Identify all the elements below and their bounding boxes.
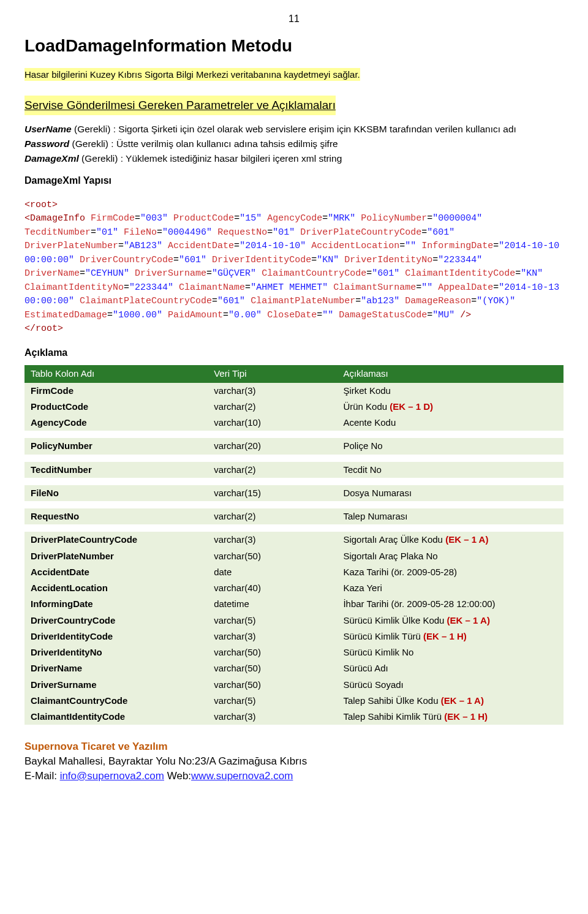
param-password-name: Password: [24, 138, 69, 149]
table-spacer: [24, 431, 564, 438]
cell-field-name: DriverSurname: [24, 677, 208, 693]
cell-data-type: varchar(15): [208, 485, 337, 501]
cell-field-name: FirmCode: [24, 383, 208, 399]
table-row: FirmCodevarchar(3)Şirket Kodu: [24, 383, 564, 399]
table-row: DriverIdentityCodevarchar(3)Sürücü Kimli…: [24, 629, 564, 644]
table-header-row: Tablo Kolon Adı Veri Tipi Açıklaması: [24, 365, 564, 382]
cell-field-name: DriverIdentityNo: [24, 644, 208, 660]
cell-field-name: RequestNo: [24, 508, 208, 524]
cell-description: Şirket Kodu: [337, 383, 564, 399]
cell-data-type: varchar(50): [208, 660, 337, 676]
ek-annotation: (EK – 1 A): [441, 695, 484, 706]
footer-company: Supernova Ticaret ve Yazılım: [24, 739, 564, 754]
cell-field-name: DriverName: [24, 660, 208, 676]
ek-annotation: (EK – 1 H): [423, 631, 467, 641]
footer-web-label: Web:: [164, 770, 191, 782]
table-row: AccidentLocationvarchar(40)Kaza Yeri: [24, 580, 564, 596]
cell-data-type: varchar(5): [208, 613, 337, 629]
page-title: LoadDamageInformation Metodu: [24, 34, 564, 58]
cell-field-name: AgencyCode: [24, 415, 208, 431]
footer-address: Baykal Mahallesi, Bayraktar Yolu No:23/A…: [24, 754, 564, 769]
cell-field-name: DriverPlateNumber: [24, 548, 208, 564]
page-number: 11: [24, 12, 564, 26]
table-row: DriverPlateNumbervarchar(50)Sigortalı Ar…: [24, 548, 564, 564]
cell-field-name: ClaimantCountryCode: [24, 693, 208, 709]
cell-data-type: varchar(3): [208, 709, 337, 725]
cell-field-name: AccidentDate: [24, 564, 208, 580]
cell-field-name: ProductCode: [24, 399, 208, 415]
cell-data-type: varchar(3): [208, 532, 337, 548]
cell-description: Tecdit No: [337, 462, 564, 478]
cell-data-type: varchar(3): [208, 383, 337, 399]
ek-annotation: (EK – 1 A): [445, 534, 488, 545]
table-row: RequestNovarchar(2)Talep Numarası: [24, 508, 564, 524]
cell-description: Talep Numarası: [337, 508, 564, 524]
cell-field-name: PolicyNumber: [24, 438, 208, 454]
params-block: UserName (Gerekli) : Sigorta Şirketi içi…: [24, 123, 564, 165]
cell-description: Sigortalı Araç Ülke Kodu (EK – 1 A): [337, 532, 564, 548]
table-row: DriverIdentityNovarchar(50)Sürücü Kimlik…: [24, 644, 564, 660]
intro-highlight: Hasar bilgilerini Kuzey Kıbrıs Sigorta B…: [24, 68, 360, 81]
cell-field-name: DriverPlateCountryCode: [24, 532, 208, 548]
ek-annotation: (EK – 1 A): [447, 615, 490, 625]
cell-field-name: TecditNumber: [24, 462, 208, 478]
cell-data-type: varchar(2): [208, 462, 337, 478]
cell-description: Talep Sahibi Ülke Kodu (EK – 1 A): [337, 693, 564, 709]
cell-description: Kaza Yeri: [337, 580, 564, 596]
cell-data-type: varchar(50): [208, 677, 337, 693]
cell-data-type: datetime: [208, 596, 337, 612]
cell-data-type: varchar(3): [208, 629, 337, 644]
cell-description: Sigortalı Araç Plaka No: [337, 548, 564, 564]
cell-data-type: varchar(20): [208, 438, 337, 454]
cell-description: İhbar Tarihi (ör. 2009-05-28 12:00:00): [337, 596, 564, 612]
footer: Supernova Ticaret ve Yazılım Baykal Maha…: [24, 739, 564, 783]
cell-data-type: varchar(5): [208, 693, 337, 709]
table-row: DriverNamevarchar(50)Sürücü Adı: [24, 660, 564, 676]
table-row: TecditNumbervarchar(2)Tecdit No: [24, 462, 564, 478]
intro-paragraph: Hasar bilgilerini Kuzey Kıbrıs Sigorta B…: [24, 68, 564, 82]
cell-field-name: ClaimantIdentityCode: [24, 709, 208, 725]
table-row: InformingDatedatetimeİhbar Tarihi (ör. 2…: [24, 596, 564, 612]
table-body: FirmCodevarchar(3)Şirket KoduProductCode…: [24, 383, 564, 725]
cell-description: Acente Kodu: [337, 415, 564, 431]
cell-data-type: varchar(40): [208, 580, 337, 596]
param-damagexml: DamageXml (Gerekli) : Yüklemek istediğin…: [24, 153, 564, 165]
param-password-desc: (Gerekli) : Üstte verilmiş olan kullanıc…: [69, 138, 337, 149]
table-spacer: [24, 478, 564, 485]
table-row: FileNovarchar(15)Dosya Numarası: [24, 485, 564, 501]
cell-description: Poliçe No: [337, 438, 564, 454]
param-username-desc: (Gerekli) : Sigorta Şirketi için özel ol…: [72, 124, 516, 134]
table-row: ClaimantIdentityCodevarchar(3)Talep Sahi…: [24, 709, 564, 725]
xml-code-block: <root><DamageInfo FirmCode="003" Product…: [24, 198, 564, 336]
table-row: PolicyNumbervarchar(20)Poliçe No: [24, 438, 564, 454]
footer-email-link[interactable]: info@supernova2.com: [60, 770, 164, 782]
cell-field-name: DriverIdentityCode: [24, 629, 208, 644]
table-spacer: [24, 524, 564, 532]
aciklama-label: Açıklama: [24, 346, 564, 360]
footer-web-link[interactable]: www.supernova2.com: [191, 770, 293, 782]
cell-data-type: varchar(2): [208, 508, 337, 524]
param-damagexml-desc: (Gerekli) : Yüklemek istediğiniz hasar b…: [79, 153, 342, 164]
param-username-name: UserName: [24, 124, 72, 134]
cell-data-type: varchar(10): [208, 415, 337, 431]
cell-data-type: varchar(2): [208, 399, 337, 415]
table-row: ProductCodevarchar(2)Ürün Kodu (EK – 1 D…: [24, 399, 564, 415]
param-username: UserName (Gerekli) : Sigorta Şirketi içi…: [24, 123, 564, 136]
cell-field-name: InformingDate: [24, 596, 208, 612]
table-spacer: [24, 455, 564, 462]
ek-annotation: (EK – 1 D): [390, 401, 433, 412]
cell-field-name: AccidentLocation: [24, 580, 208, 596]
cell-field-name: DriverCountryCode: [24, 613, 208, 629]
cell-description: Sürücü Kimlik Ülke Kodu (EK – 1 A): [337, 613, 564, 629]
cell-data-type: varchar(50): [208, 548, 337, 564]
cell-description: Sürücü Kimlik No: [337, 644, 564, 660]
fields-table: Tablo Kolon Adı Veri Tipi Açıklaması Fir…: [24, 365, 564, 725]
table-row: DriverCountryCodevarchar(5)Sürücü Kimlik…: [24, 613, 564, 629]
table-row: AgencyCodevarchar(10)Acente Kodu: [24, 415, 564, 431]
table-row: DriverSurnamevarchar(50)Sürücü Soyadı: [24, 677, 564, 693]
param-password: Password (Gerekli) : Üstte verilmiş olan…: [24, 138, 564, 151]
footer-email-label: E-Mail:: [24, 770, 60, 782]
yapisi-label: DamageXml Yapısı: [24, 174, 564, 187]
cell-field-name: FileNo: [24, 485, 208, 501]
table-row: AccidentDatedateKaza Tarihi (ör. 2009-05…: [24, 564, 564, 580]
